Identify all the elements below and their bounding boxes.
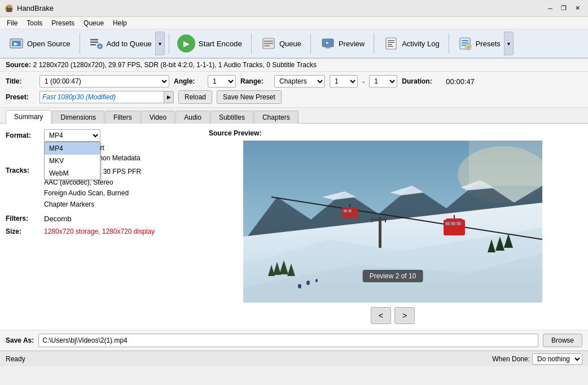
svg-rect-17: [326, 47, 330, 49]
preview-prev-button[interactable]: <: [371, 307, 391, 324]
minimize-button[interactable]: ─: [544, 2, 556, 15]
presets-icon: ⚙: [457, 36, 473, 51]
tab-video[interactable]: Video: [141, 111, 175, 124]
menu-tools[interactable]: Tools: [22, 18, 47, 28]
add-to-queue-icon: +: [88, 36, 104, 51]
svg-rect-26: [462, 45, 466, 46]
menu-file[interactable]: File: [2, 18, 22, 28]
range-type-select[interactable]: Chapters: [274, 75, 325, 88]
svg-rect-6: [90, 42, 98, 43]
svg-rect-51: [446, 218, 462, 221]
title-label: Title:: [6, 77, 35, 85]
dropdown-mp4[interactable]: MP4: [45, 142, 100, 155]
presets-button[interactable]: ⚙ Presets: [453, 32, 504, 55]
reload-button[interactable]: Reload: [178, 90, 212, 104]
size-section: Size: 1280x720 storage, 1280x720 display: [6, 228, 198, 235]
svg-point-60: [298, 284, 301, 288]
dropdown-webm[interactable]: WebM: [45, 167, 100, 180]
dropdown-mkv[interactable]: MKV: [45, 155, 100, 167]
save-as-input[interactable]: [38, 334, 538, 347]
save-as-row: Save As: Browse: [0, 330, 588, 351]
save-new-preset-button[interactable]: Save New Preset: [217, 90, 282, 104]
svg-rect-12: [264, 43, 273, 44]
filters-value: Decomb: [44, 215, 71, 223]
separator-5: [374, 33, 374, 54]
source-label: Source:: [6, 61, 31, 69]
range-label: Range:: [240, 77, 270, 85]
menu-help[interactable]: Help: [108, 18, 131, 28]
svg-text:+: +: [98, 43, 102, 50]
encode-play-icon: [177, 34, 195, 53]
preview-overlay: Preview 2 of 10: [363, 270, 423, 282]
svg-rect-11: [264, 41, 273, 42]
save-as-label: Save As:: [6, 336, 34, 344]
open-source-button[interactable]: Open Source: [3, 32, 76, 55]
range-separator: -: [362, 77, 365, 86]
preview-nav: < >: [371, 307, 415, 324]
menu-queue[interactable]: Queue: [79, 18, 108, 28]
tab-filters[interactable]: Filters: [105, 111, 141, 124]
preset-input[interactable]: [40, 91, 164, 103]
tab-dimensions[interactable]: Dimensions: [52, 111, 104, 124]
open-source-icon: [8, 36, 24, 51]
angle-select[interactable]: 1: [208, 75, 236, 88]
svg-rect-25: [462, 42, 468, 43]
svg-rect-19: [388, 40, 394, 41]
preview-next-button[interactable]: >: [394, 307, 415, 324]
svg-rect-53: [445, 222, 450, 225]
svg-rect-46: [379, 217, 381, 248]
preset-arrow-button[interactable]: ▶: [164, 91, 174, 103]
source-preview-label: Source Preview:: [209, 129, 261, 137]
start-encode-button[interactable]: Start Encode: [173, 32, 247, 55]
preview-button[interactable]: Preview: [315, 32, 370, 55]
svg-rect-13: [264, 45, 270, 46]
source-value: 2 1280x720 (1280x720), 29.97 FPS, SDR (8…: [33, 61, 317, 69]
range-start-select[interactable]: 1: [330, 75, 358, 88]
add-to-queue-label: Add to Queue: [107, 40, 152, 48]
svg-rect-21: [388, 44, 392, 45]
title-bar: 🎬 HandBrake ─ ❐ ✕: [0, 0, 588, 17]
svg-text:🎬: 🎬: [6, 5, 13, 12]
menu-presets[interactable]: Presets: [47, 18, 79, 28]
browse-button[interactable]: Browse: [543, 334, 582, 347]
format-select-wrapper: MP4 MKV WebM MP4 MKV WebM: [44, 129, 141, 142]
activity-log-button[interactable]: Activity Log: [378, 32, 444, 55]
tab-chapters[interactable]: Chapters: [254, 111, 299, 124]
format-label: Format:: [6, 132, 40, 139]
filters-label: Filters:: [6, 215, 40, 222]
presets-label: Presets: [476, 40, 501, 48]
preview-label: Preview: [339, 40, 365, 48]
add-to-queue-button[interactable]: + Add to Queue: [84, 32, 155, 55]
range-end-select[interactable]: 1: [369, 75, 397, 88]
restore-button[interactable]: ❐: [558, 2, 570, 15]
add-to-queue-arrow[interactable]: ▾: [155, 32, 165, 55]
status-right: When Done: Do nothing Shutdown Sleep: [492, 353, 582, 365]
svg-rect-18: [386, 38, 396, 49]
presets-arrow[interactable]: ▾: [504, 32, 514, 55]
svg-point-61: [306, 281, 310, 285]
format-row: Format: MP4 MKV WebM MP4 MKV WebM: [6, 129, 198, 162]
format-dropdown: MP4 MKV WebM: [44, 142, 100, 180]
svg-rect-24: [462, 40, 468, 41]
tab-subtitles[interactable]: Subtitles: [210, 111, 253, 124]
title-select[interactable]: 1 (00:00:47): [40, 75, 169, 88]
svg-rect-63: [469, 141, 542, 186]
queue-button[interactable]: Queue: [256, 32, 306, 55]
when-done-select[interactable]: Do nothing Shutdown Sleep: [532, 353, 582, 365]
svg-rect-56: [342, 207, 358, 218]
tab-summary[interactable]: Summary: [6, 110, 51, 124]
preset-label: Preset:: [6, 93, 35, 101]
status-text: Ready: [6, 355, 25, 363]
format-select[interactable]: MP4 MKV WebM: [44, 129, 100, 142]
angle-label: Angle:: [174, 77, 203, 85]
title-bar-left: 🎬 HandBrake: [5, 4, 54, 13]
add-to-queue-wrapper: + Add to Queue ▾: [84, 32, 165, 55]
activity-log-icon: [383, 36, 399, 51]
close-button[interactable]: ✕: [571, 2, 583, 15]
svg-rect-58: [344, 209, 347, 212]
preset-row: Preset: ▶ Reload Save New Preset: [6, 90, 582, 104]
tracks-section: Tracks: H.264 (AMD VCE), 30 FPS PFR AAC …: [6, 167, 198, 210]
status-bar: Ready When Done: Do nothing Shutdown Sle…: [0, 351, 588, 366]
title-bar-buttons: ─ ❐ ✕: [544, 2, 583, 15]
tab-audio[interactable]: Audio: [175, 111, 210, 124]
